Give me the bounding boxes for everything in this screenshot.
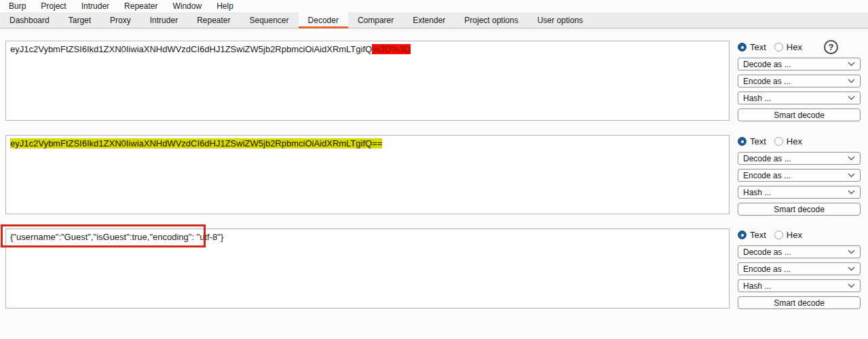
smart-decode-button[interactable]: Smart decode [738, 108, 861, 121]
decode-as-select[interactable]: Decode as ... [738, 58, 861, 71]
menu-help[interactable]: Help [209, 1, 241, 11]
menu-burp[interactable]: Burp [1, 1, 33, 11]
hash-select[interactable]: Hash ... [738, 92, 861, 104]
decode-as-select[interactable]: Decode as ... [738, 245, 861, 258]
menu-intruder[interactable]: Intruder [74, 1, 117, 11]
tab-repeater[interactable]: Repeater [187, 12, 240, 28]
decoder-text-2-yellow-highlight: eyJ1c2VybmFtZSI6Ikd1ZXN0IiwiaXNHdWVzdCI6… [10, 138, 382, 148]
decoder-controls-2: Text Hex Decode as ... Encode as ... Has… [738, 135, 861, 214]
text-radio-label: Text [750, 136, 766, 146]
tab-target[interactable]: Target [59, 12, 100, 28]
tab-decoder[interactable]: Decoder [299, 12, 348, 28]
hash-label: Hash ... [743, 188, 771, 197]
mode-radio-row-3: Text Hex [738, 230, 810, 240]
decoder-section-3: {"username":"Guest","isGuest":true,"enco… [0, 228, 868, 308]
chevron-down-icon [848, 250, 855, 254]
hex-radio[interactable] [774, 137, 783, 146]
hex-radio[interactable] [774, 43, 783, 52]
hash-select[interactable]: Hash ... [738, 186, 861, 199]
encode-as-label: Encode as ... [743, 77, 791, 86]
chevron-down-icon [848, 62, 855, 66]
decoder-section-1: eyJ1c2VybmFtZSI6Ikd1ZXN0IiwiaXNHdWVzdCI6… [0, 41, 868, 121]
tab-user-options[interactable]: User options [528, 12, 592, 28]
encode-as-select[interactable]: Encode as ... [738, 169, 861, 182]
decode-as-label: Decode as ... [743, 60, 791, 69]
decoder-text-1: eyJ1c2VybmFtZSI6Ikd1ZXN0IiwiaXNHdWVzdCI6… [10, 44, 372, 54]
tab-project-options[interactable]: Project options [455, 12, 527, 28]
decode-as-label: Decode as ... [743, 247, 791, 257]
mode-radio-row-2: Text Hex [738, 136, 810, 146]
hex-radio[interactable] [774, 231, 783, 239]
hex-radio-label: Hex [787, 230, 802, 240]
encode-as-select[interactable]: Encode as ... [738, 75, 861, 87]
hash-select[interactable]: Hash ... [738, 279, 861, 292]
burp-decoder-window: Burp Project Intruder Repeater Window He… [0, 0, 868, 339]
tool-tab-bar: Dashboard Target Proxy Intruder Repeater… [0, 12, 868, 28]
hex-radio-label: Hex [787, 42, 802, 52]
chevron-down-icon [848, 96, 855, 100]
tab-dashboard[interactable]: Dashboard [0, 12, 59, 28]
help-icon[interactable]: ? [824, 40, 838, 54]
text-radio[interactable] [738, 137, 747, 146]
smart-decode-button[interactable]: Smart decode [738, 296, 861, 309]
menu-project[interactable]: Project [33, 1, 73, 11]
chevron-down-icon [848, 173, 855, 178]
tab-proxy[interactable]: Proxy [100, 12, 140, 28]
tab-intruder[interactable]: Intruder [140, 12, 187, 28]
smart-decode-button[interactable]: Smart decode [738, 203, 861, 216]
hash-label: Hash ... [743, 281, 771, 291]
encode-as-label: Encode as ... [743, 264, 791, 274]
hash-label: Hash ... [743, 94, 771, 103]
encode-as-select[interactable]: Encode as ... [738, 262, 861, 275]
decoder-input-3[interactable]: {"username":"Guest","isGuest":true,"enco… [5, 228, 730, 308]
decoder-section-2: eyJ1c2VybmFtZSI6Ikd1ZXN0IiwiaXNHdWVzdCI6… [0, 135, 868, 214]
text-radio[interactable] [738, 231, 747, 239]
menu-repeater[interactable]: Repeater [117, 1, 165, 11]
decoder-controls-1: Text Hex ? Decode as ... Encode as ... H… [738, 41, 861, 121]
decoder-text-1-red-highlight: %3D%3D [372, 44, 410, 54]
chevron-down-icon [848, 156, 855, 161]
chevron-down-icon [848, 266, 855, 271]
decoder-controls-3: Text Hex Decode as ... Encode as ... Has… [738, 228, 861, 308]
mode-radio-row-1: Text Hex ? [738, 42, 810, 52]
text-radio-label: Text [750, 230, 766, 240]
text-radio[interactable] [738, 43, 747, 52]
decoder-input-1[interactable]: eyJ1c2VybmFtZSI6Ikd1ZXN0IiwiaXNHdWVzdCI6… [5, 41, 730, 121]
tab-extender[interactable]: Extender [403, 12, 455, 28]
decoder-text-3: {"username":"Guest","isGuest":true,"enco… [10, 232, 223, 242]
encode-as-label: Encode as ... [743, 171, 791, 180]
menu-bar: Burp Project Intruder Repeater Window He… [0, 0, 868, 12]
menu-window[interactable]: Window [165, 1, 209, 11]
decode-as-label: Decode as ... [743, 154, 791, 163]
tab-sequencer[interactable]: Sequencer [240, 12, 299, 28]
chevron-down-icon [848, 79, 855, 83]
chevron-down-icon [848, 190, 855, 195]
tab-comparer[interactable]: Comparer [348, 12, 403, 28]
decode-as-select[interactable]: Decode as ... [738, 152, 861, 165]
decoder-input-2[interactable]: eyJ1c2VybmFtZSI6Ikd1ZXN0IiwiaXNHdWVzdCI6… [5, 135, 730, 214]
chevron-down-icon [848, 283, 855, 288]
hex-radio-label: Hex [787, 136, 802, 146]
text-radio-label: Text [750, 42, 766, 52]
